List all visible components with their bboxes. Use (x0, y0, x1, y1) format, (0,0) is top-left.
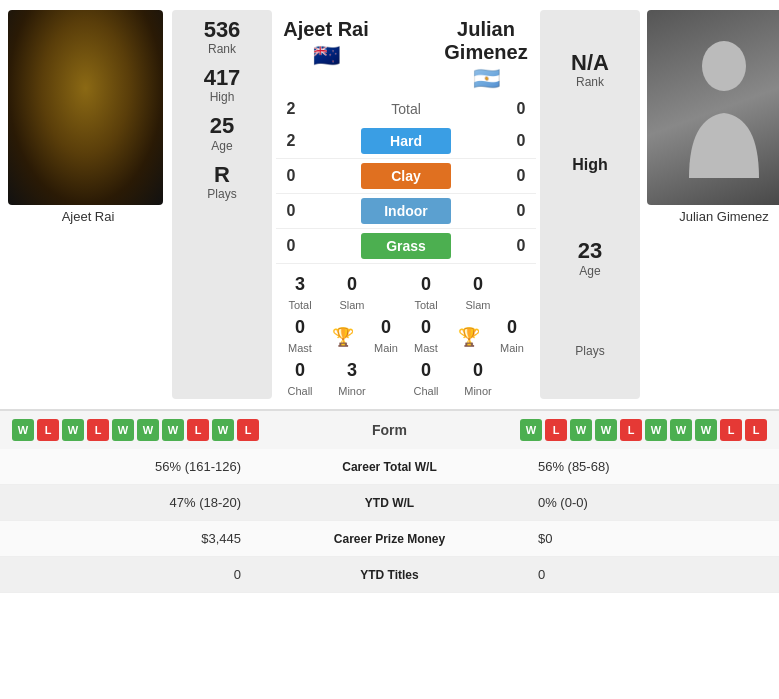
player2-name-below: Julian Gimenez (679, 209, 769, 224)
total-label: Total (391, 101, 421, 117)
player2-form-badges: WLWWLWWWLL (520, 419, 767, 441)
p1-chall-val: 0 (280, 360, 320, 381)
player2-name-top: JulianGimenez (436, 18, 536, 64)
player1-age-label: Age (184, 139, 260, 153)
top-section: Ajeet Rai 536 Rank 417 High 25 Age R Pla… (0, 0, 779, 409)
clay-right: 0 (506, 167, 536, 185)
clay-badge: Clay (361, 163, 451, 189)
table-row: 56% (161-126)Career Total W/L56% (85-68) (0, 449, 779, 485)
table-row: 0YTD Titles0 (0, 557, 779, 593)
player1-rank-label: Rank (184, 42, 260, 56)
grass-row: 0 Grass 0 (276, 229, 536, 264)
indoor-row: 0 Indoor 0 (276, 194, 536, 229)
player1-plays-label: Plays (184, 187, 260, 201)
table-row: 47% (18-20)YTD W/L0% (0-0) (0, 485, 779, 521)
p2-total-lbl: Total (414, 299, 437, 311)
form-badge: L (237, 419, 259, 441)
player2-name-block: JulianGimenez 🇦🇷 (436, 18, 536, 92)
p1-total-cell: 3 Total (280, 274, 320, 313)
p2-minor-lbl: Minor (464, 385, 492, 397)
p2-chall-val: 0 (406, 360, 446, 381)
form-badge: L (187, 419, 209, 441)
indoor-right: 0 (506, 202, 536, 220)
clay-left: 0 (276, 167, 306, 185)
p1-mast-cell: 0 Mast (280, 317, 320, 356)
form-label: Form (360, 422, 420, 438)
player1-form-badges: WLWLWWWLWL (12, 419, 259, 441)
table-cell-center: YTD Titles (257, 557, 522, 593)
player1-trophy-icon: 🏆 (332, 326, 354, 348)
player1-bottom-stats: 3 Total 0 Slam 0 Mast 🏆 (280, 274, 406, 399)
player2-age-label: Age (578, 264, 602, 278)
player2-photo-area: Julian Gimenez (644, 10, 779, 399)
player1-high-value: 417 (184, 66, 260, 90)
player2-age-item: 23 Age (578, 239, 602, 277)
player2-photo (647, 10, 780, 205)
player1-rank-item: 536 Rank (184, 18, 260, 56)
table-row: $3,445Career Prize Money$0 (0, 521, 779, 557)
player2-plays-label: Plays (575, 344, 604, 358)
player2-flag: 🇦🇷 (436, 66, 536, 92)
clay-row: 0 Clay 0 (276, 159, 536, 194)
p2-minor-cell: 0 Minor (458, 360, 498, 399)
hard-left: 2 (276, 132, 306, 150)
grass-left: 0 (276, 237, 306, 255)
player2-high-item: High (572, 156, 608, 174)
form-badge: W (570, 419, 592, 441)
form-badge: L (620, 419, 642, 441)
player2-plays-item: Plays (575, 344, 604, 358)
p1-minor-cell: 3 Minor (332, 360, 372, 399)
table-cell-center: Career Prize Money (257, 521, 522, 557)
p1-slam-lbl: Slam (339, 299, 364, 311)
player1-high-label: High (184, 90, 260, 104)
p1-minor-lbl: Minor (338, 385, 366, 397)
p2-mast-val: 0 (406, 317, 446, 338)
center-column: Ajeet Rai 🇳🇿 JulianGimenez 🇦🇷 2 Total 0 … (276, 10, 536, 399)
table-cell-left: 56% (161-126) (0, 449, 257, 485)
p2-minor-val: 0 (458, 360, 498, 381)
form-badge: W (112, 419, 134, 441)
player1-plays-value: R (184, 163, 260, 187)
table-cell-right: 0 (522, 557, 779, 593)
form-badge: W (62, 419, 84, 441)
p2-chall-lbl: Chall (413, 385, 438, 397)
svg-point-0 (702, 41, 746, 91)
player1-face (8, 10, 163, 205)
form-badge: W (645, 419, 667, 441)
p1-slam-cell: 0 Slam (332, 274, 372, 313)
form-badge: W (12, 419, 34, 441)
table-cell-right: 56% (85-68) (522, 449, 779, 485)
p2-mast-cell: 0 Mast (406, 317, 446, 356)
p2-main-cell: 0 Main (492, 317, 532, 356)
p1-total-lbl: Total (288, 299, 311, 311)
table-cell-right: $0 (522, 521, 779, 557)
form-badge: W (595, 419, 617, 441)
main-container: Ajeet Rai 536 Rank 417 High 25 Age R Pla… (0, 0, 779, 699)
form-badge: W (212, 419, 234, 441)
player1-flag: 🇳🇿 (276, 43, 376, 69)
p2-chall-cell: 0 Chall (406, 360, 446, 399)
player1-rank-value: 536 (184, 18, 260, 42)
p1-mast-lbl: Mast (288, 342, 312, 354)
p1-main-cell: 0 Main (366, 317, 406, 356)
form-section: WLWLWWWLWL Form WLWWLWWWLL (0, 409, 779, 449)
indoor-badge: Indoor (361, 198, 451, 224)
hard-badge: Hard (361, 128, 451, 154)
player1-age-item: 25 Age (184, 114, 260, 152)
indoor-left: 0 (276, 202, 306, 220)
player2-bottom-stats: 0 Total 0 Slam 0 Mast 🏆 (406, 274, 532, 399)
form-badge: W (695, 419, 717, 441)
form-badge: L (37, 419, 59, 441)
p2-total-cell: 0 Total (406, 274, 446, 313)
player1-photo (8, 10, 163, 205)
form-badge: W (520, 419, 542, 441)
total-right: 0 (506, 100, 536, 118)
player2-rank-value: N/A (571, 51, 609, 75)
p2-slam-val: 0 (458, 274, 498, 295)
player1-name-below: Ajeet Rai (8, 209, 168, 224)
player1-photo-area: Ajeet Rai (8, 10, 168, 399)
grass-badge: Grass (361, 233, 451, 259)
table-cell-right: 0% (0-0) (522, 485, 779, 521)
p1-mast-val: 0 (280, 317, 320, 338)
p1-slam-val: 0 (332, 274, 372, 295)
